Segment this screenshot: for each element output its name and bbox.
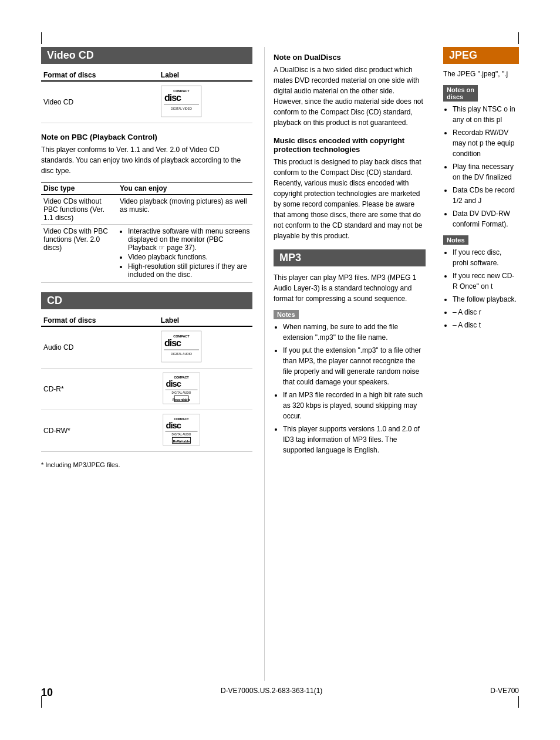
label-cell: COMPACT disc DIGITAL AUDIO — [158, 326, 252, 369]
list-item: Play fina necessary on the DV finalized — [453, 161, 519, 183]
svg-text:DIGITAL AUDIO: DIGITAL AUDIO — [171, 352, 192, 356]
compact-disc-digital-video-icon: COMPACT disc DIGITAL VIDEO — [161, 85, 202, 117]
list-item: This player supports versions 1.0 and 2.… — [283, 424, 426, 455]
note-music-discs-body: This product is designed to play back di… — [274, 157, 426, 241]
jpeg-intro: The JPEG ".jpeg", ".j — [443, 69, 519, 79]
notes-list2: If you recc disc, prohi software. If you… — [443, 247, 519, 330]
list-item: Data DV DVD-RW conformi Format). — [453, 208, 519, 229]
format-cell: Video CD — [41, 81, 158, 123]
note-dualdiscs-title: Note on DualDiscs — [274, 53, 426, 62]
compact-disc-digital-audio-icon: COMPACT disc DIGITAL AUDIO — [161, 330, 202, 363]
note-dualdiscs: Note on DualDiscs A DualDisc is a two si… — [274, 53, 426, 128]
page: Video CD Format of discs Label Video CD — [0, 0, 560, 740]
cd-footnote: * Including MP3/JPEG files. — [41, 461, 252, 468]
notes-on-discs-list: This play NTSC o in any ot on this pl Re… — [443, 104, 519, 229]
enjoy-cell: Interactive software with menu screens d… — [117, 225, 252, 283]
mp3-intro: This player can play MP3 files. MP3 (MPE… — [274, 272, 426, 304]
list-item: If you put the extension ".mp3" to a fil… — [283, 345, 426, 387]
notes-on-discs: Notes ondiscs This play NTSC o in any ot… — [443, 85, 519, 229]
svg-text:DIGITAL AUDIO: DIGITAL AUDIO — [171, 391, 191, 394]
list-item: – A disc t — [453, 320, 519, 330]
svg-text:DIGITAL AUDIO: DIGITAL AUDIO — [171, 433, 191, 436]
note-music-discs: Music discs encoded with copyright prote… — [274, 136, 426, 241]
list-item: If an MP3 file recorded in a high bit ra… — [283, 390, 426, 421]
video-cd-section: Video CD Format of discs Label Video CD — [41, 47, 252, 283]
svg-text:disc: disc — [164, 338, 181, 348]
disc-type-table: Disc type You can enjoy Video CDs withou… — [41, 182, 252, 283]
margin-line-top-left — [41, 32, 42, 44]
video-cd-header: Video CD — [41, 47, 252, 64]
disc-type-cell: Video CDs without PBC functions (Ver. 1.… — [41, 195, 117, 225]
footer-right-text: D-VE700 — [490, 687, 519, 699]
svg-text:Recordable: Recordable — [173, 398, 190, 401]
list-item: The follow playback. — [453, 294, 519, 305]
compact-disc-rewritable-icon: COMPACT disc DIGITAL AUDIO ReWritable — [161, 414, 202, 446]
table-row: Video CD COMPACT disc DIGITAL VIDEO — [41, 81, 252, 123]
label-col-header: Label — [158, 315, 252, 326]
disc-type-cell: Video CDs with PBC functions (Ver. 2.0 d… — [41, 225, 117, 283]
label-cell: COMPACT disc DIGITAL AUDIO ReWritable — [158, 410, 252, 452]
notes-on-discs-label: Notes ondiscs — [443, 85, 478, 102]
notes-label2: Notes — [443, 235, 468, 245]
margin-line-bottom-left — [41, 696, 42, 708]
notes-label: Notes — [274, 310, 299, 319]
list-item: – A disc r — [453, 307, 519, 317]
table-row: Audio CD COMPACT disc DIGITAL AUDIO — [41, 326, 252, 369]
page-number: 10 — [41, 687, 53, 699]
svg-text:disc: disc — [164, 93, 181, 103]
list-item: Video playback functions. — [128, 253, 250, 261]
list-item: Data CDs be record 1/2 and J — [453, 185, 519, 206]
list-item: When naming, be sure to add the file ext… — [283, 322, 426, 343]
svg-text:disc: disc — [166, 421, 181, 430]
footer: 10 D-VE7000S.US.2-683-363-11(1) D-VE700 — [0, 681, 560, 705]
cd-format-table: Format of discs Label Audio CD COMPACT — [41, 315, 252, 452]
format-cell: CD-R* — [41, 369, 158, 410]
content-area: Video CD Format of discs Label Video CD — [0, 35, 560, 681]
cd-header: CD — [41, 292, 252, 309]
note-pbc-title: Note on PBC (Playback Control) — [41, 133, 252, 141]
list-item: If you recc disc, prohi software. — [453, 247, 519, 268]
list-item: This play NTSC o in any ot on this pl — [453, 104, 519, 125]
cd-section: CD Format of discs Label Audio CD — [41, 292, 252, 468]
right-column: JPEG The JPEG ".jpeg", ".j Notes ondiscs… — [434, 47, 519, 681]
enjoy-col-header: You can enjoy — [117, 183, 252, 195]
margin-line-bottom-right — [518, 696, 519, 708]
format-cell: Audio CD — [41, 326, 158, 369]
mp3-notes-list: When naming, be sure to add the file ext… — [274, 322, 426, 455]
table-row: CD-RW* COMPACT disc DIGITAL AUDIO ReWri — [41, 410, 252, 452]
notes-section2: Notes If you recc disc, prohi software. … — [443, 235, 519, 330]
svg-text:ReWritable: ReWritable — [173, 440, 190, 443]
table-row: CD-R* COMPACT disc DIGITAL AUDIO Record — [41, 369, 252, 410]
mp3-section: MP3 This player can play MP3 files. MP3 … — [274, 249, 426, 455]
svg-text:disc: disc — [166, 379, 181, 388]
list-item: Interactive software with menu screens d… — [128, 227, 250, 252]
list-item: High-resolution still pictures if they a… — [128, 262, 250, 279]
note-pbc-body: This player conforms to Ver. 1.1 and Ver… — [41, 144, 252, 176]
middle-column: Note on DualDiscs A DualDisc is a two si… — [264, 47, 434, 681]
mp3-header: MP3 — [274, 249, 426, 266]
margin-line-top-right — [518, 32, 519, 44]
note-dualdiscs-body: A DualDisc is a two sided disc product w… — [274, 65, 426, 128]
jpeg-header: JPEG — [443, 47, 519, 64]
footer-left-text: D-VE7000S.US.2-683-363-11(1) — [221, 687, 322, 699]
table-row: Video CDs with PBC functions (Ver. 2.0 d… — [41, 225, 252, 283]
label-cell: COMPACT disc DIGITAL AUDIO Recordable — [158, 369, 252, 410]
format-col-header: Format of discs — [41, 70, 158, 81]
list-item: Recordab RW/DV may not p the equip condi… — [453, 127, 519, 159]
svg-text:DIGITAL VIDEO: DIGITAL VIDEO — [171, 107, 192, 110]
note-music-discs-title: Music discs encoded with copyright prote… — [274, 136, 426, 154]
format-col-header: Format of discs — [41, 315, 158, 326]
enjoy-cell: Video playback (moving pictures) as well… — [117, 195, 252, 225]
table-row: Video CDs without PBC functions (Ver. 1.… — [41, 195, 252, 225]
video-cd-format-table: Format of discs Label Video CD COMPACT — [41, 70, 252, 123]
compact-disc-recordable-icon: COMPACT disc DIGITAL AUDIO Recordable — [161, 372, 202, 404]
format-cell: CD-RW* — [41, 410, 158, 452]
label-cell: COMPACT disc DIGITAL VIDEO — [158, 81, 252, 123]
disc-type-col-header: Disc type — [41, 183, 117, 195]
left-column: Video CD Format of discs Label Video CD — [41, 47, 264, 681]
label-col-header: Label — [158, 70, 252, 81]
list-item: If you recc new CD-R Once" on t — [453, 271, 519, 292]
